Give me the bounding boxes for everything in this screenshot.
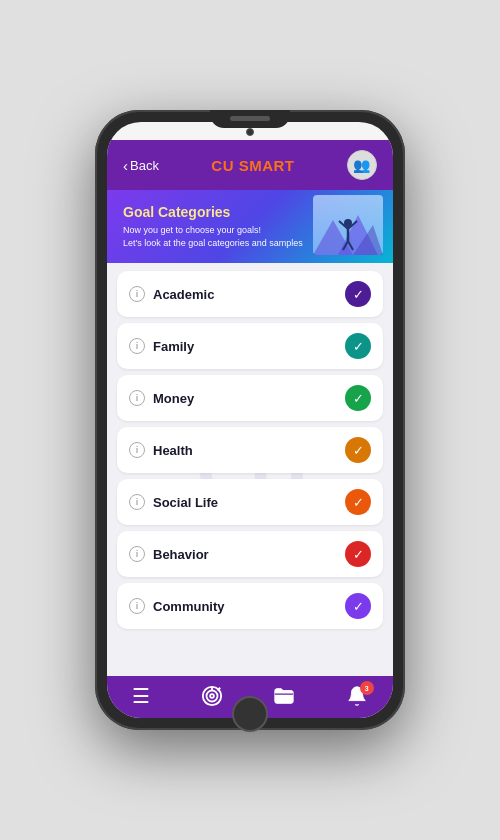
- categories-list: CU i Academic ✓ i Family ✓: [107, 263, 393, 676]
- info-icon-behavior[interactable]: i: [129, 546, 145, 562]
- category-name-social-life: Social Life: [153, 495, 218, 510]
- category-item-community[interactable]: i Community ✓: [117, 583, 383, 629]
- hero-subtitle-line2: Let's look at the goal categories and sa…: [123, 238, 303, 248]
- hero-banner: Goal Categories Now you get to choose yo…: [107, 190, 393, 263]
- category-name-behavior: Behavior: [153, 547, 209, 562]
- category-item-academic[interactable]: i Academic ✓: [117, 271, 383, 317]
- nav-item-notifications[interactable]: 3: [346, 685, 368, 707]
- phone-camera: [246, 128, 254, 136]
- check-academic[interactable]: ✓: [345, 281, 371, 307]
- back-label: Back: [130, 158, 159, 173]
- info-icon-community[interactable]: i: [129, 598, 145, 614]
- menu-icon: ☰: [132, 684, 150, 708]
- info-icon-social-life[interactable]: i: [129, 494, 145, 510]
- home-button[interactable]: [232, 696, 268, 732]
- category-name-money: Money: [153, 391, 194, 406]
- category-name-family: Family: [153, 339, 194, 354]
- notification-badge: 3: [360, 681, 374, 695]
- info-icon-money[interactable]: i: [129, 390, 145, 406]
- back-button[interactable]: ‹ Back: [123, 157, 159, 174]
- category-item-health[interactable]: i Health ✓: [117, 427, 383, 473]
- app-container: ‹ Back CU SMART 👥: [107, 140, 393, 718]
- phone-speaker: [230, 116, 270, 121]
- category-name-community: Community: [153, 599, 225, 614]
- phone-frame: ‹ Back CU SMART 👥: [95, 110, 405, 730]
- svg-point-12: [210, 694, 214, 698]
- nav-item-menu[interactable]: ☰: [132, 684, 150, 708]
- category-name-health: Health: [153, 443, 193, 458]
- title-cu: CU: [211, 157, 238, 174]
- app-header: ‹ Back CU SMART 👥: [107, 140, 393, 190]
- title-smart: SMART: [239, 157, 295, 174]
- check-money[interactable]: ✓: [345, 385, 371, 411]
- category-name-academic: Academic: [153, 287, 214, 302]
- app-title: CU SMART: [211, 157, 294, 174]
- phone-screen: ‹ Back CU SMART 👥: [107, 122, 393, 718]
- check-behavior[interactable]: ✓: [345, 541, 371, 567]
- folder-icon: [273, 685, 295, 707]
- check-family[interactable]: ✓: [345, 333, 371, 359]
- goals-icon: [201, 685, 223, 707]
- nav-item-folder[interactable]: [273, 685, 295, 707]
- nav-item-goals[interactable]: [201, 685, 223, 707]
- check-social-life[interactable]: ✓: [345, 489, 371, 515]
- info-icon-family[interactable]: i: [129, 338, 145, 354]
- back-chevron-icon: ‹: [123, 157, 128, 174]
- hero-subtitle-line1: Now you get to choose your goals!: [123, 225, 261, 235]
- check-health[interactable]: ✓: [345, 437, 371, 463]
- hero-person-icon: [313, 195, 383, 255]
- hero-subtitle: Now you get to choose your goals! Let's …: [123, 224, 303, 249]
- info-icon-health[interactable]: i: [129, 442, 145, 458]
- category-item-social-life[interactable]: i Social Life ✓: [117, 479, 383, 525]
- category-item-behavior[interactable]: i Behavior ✓: [117, 531, 383, 577]
- svg-point-11: [206, 691, 217, 702]
- check-community[interactable]: ✓: [345, 593, 371, 619]
- category-item-family[interactable]: i Family ✓: [117, 323, 383, 369]
- category-item-money[interactable]: i Money ✓: [117, 375, 383, 421]
- info-icon-academic[interactable]: i: [129, 286, 145, 302]
- user-avatar[interactable]: 👥: [347, 150, 377, 180]
